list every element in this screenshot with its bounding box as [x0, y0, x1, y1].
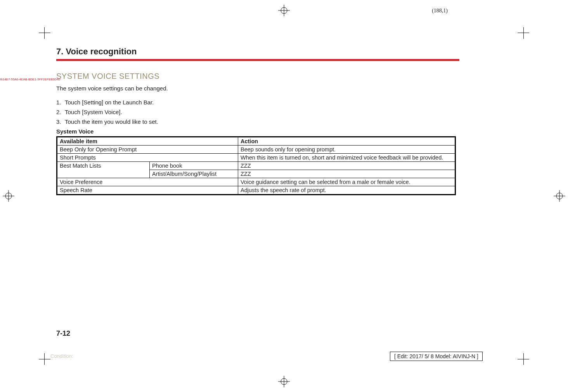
crop-mark-bottom-left [39, 353, 50, 365]
chapter-rule [56, 59, 459, 61]
step-number: 3. [56, 118, 65, 125]
cell-action: Voice guidance setting can be selected f… [238, 178, 455, 186]
crop-mark-bottom-right [518, 353, 529, 365]
registration-mark-bottom [278, 376, 290, 387]
table-title: System Voice [56, 128, 459, 135]
table-row: Speech Rate Adjusts the speech rate of p… [57, 186, 455, 194]
cell-item: Beep Only for Opening Prompt [57, 145, 238, 153]
step-text: Touch [System Voice]. [65, 109, 122, 115]
registration-mark-left [3, 190, 14, 202]
step-number: 2. [56, 109, 65, 115]
table-header-row: Available item Action [57, 137, 455, 145]
cell-action: ZZZ [238, 161, 455, 170]
table-row: Best Match Lists Phone book ZZZ [57, 161, 455, 170]
document-guid-watermark: AIVINJN1-67D614E7-55A6-4EAB-BDE1-5FF2EFE… [0, 78, 384, 81]
table-row: Short Prompts When this item is turned o… [57, 153, 455, 161]
steps-list: 1.Touch [Setting] on the Launch Bar. 2.T… [56, 99, 459, 125]
step-number: 1. [56, 99, 65, 106]
crop-mark-top-left [39, 27, 50, 39]
step-item: 3.Touch the item you would like to set. [56, 118, 459, 125]
step-text: Touch [Setting] on the Launch Bar. [65, 99, 154, 106]
registration-mark-right [554, 190, 565, 202]
page-number: 7-12 [56, 330, 70, 338]
section-title-wrap: SYSTEM VOICE SETTINGS AIVINJN1-67D614E7-… [56, 72, 459, 84]
step-text: Touch the item you would like to set. [65, 118, 158, 125]
step-item: 2.Touch [System Voice]. [56, 109, 459, 115]
cell-action: ZZZ [238, 170, 455, 178]
chapter-title: 7. Voice recognition [56, 47, 459, 57]
registration-mark-top [278, 5, 290, 16]
cell-item: Best Match Lists [57, 161, 150, 178]
page-coordinate: (188,1) [432, 8, 448, 14]
crop-mark-top-right [518, 27, 529, 39]
table-row: Beep Only for Opening Prompt Beep sounds… [57, 145, 455, 153]
cell-action: When this item is turned on, short and m… [238, 153, 455, 161]
cell-action: Beep sounds only for opening prompt. [238, 145, 455, 153]
cell-item: Voice Preference [57, 178, 238, 186]
cell-subitem: Phone book [150, 161, 238, 170]
system-voice-table: Available item Action Beep Only for Open… [56, 136, 456, 195]
cell-item: Short Prompts [57, 153, 238, 161]
cell-action: Adjusts the speech rate of prompt. [238, 186, 455, 194]
step-item: 1.Touch [Setting] on the Launch Bar. [56, 99, 459, 106]
header-action: Action [238, 137, 455, 145]
table-row: Voice Preference Voice guidance setting … [57, 178, 455, 186]
condition-label: Condition: [50, 353, 73, 359]
cell-subitem: Artist/Album/Song/Playlist [150, 170, 238, 178]
edit-info-box: [ Edit: 2017/ 5/ 8 Model: AIVINJ-N ] [390, 352, 483, 361]
cell-item: Speech Rate [57, 186, 238, 194]
header-available-item: Available item [57, 137, 238, 145]
intro-text: The system voice settings can be changed… [56, 84, 177, 93]
page-content: 7. Voice recognition SYSTEM VOICE SETTIN… [56, 47, 459, 195]
